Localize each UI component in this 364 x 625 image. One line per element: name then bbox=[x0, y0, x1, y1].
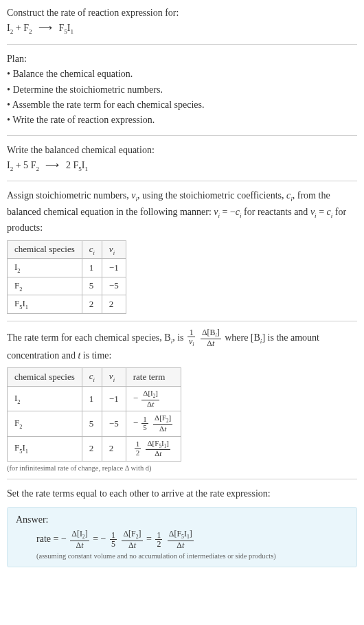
species-F5I1: F5I1 bbox=[58, 23, 73, 33]
plan-item: • Write the rate of reaction expression. bbox=[7, 113, 357, 128]
arrow-icon: ⟶ bbox=[41, 160, 63, 170]
plan-item: • Balance the chemical equation. bbox=[7, 67, 357, 82]
assign-block: Assign stoichiometric numbers, νi, using… bbox=[7, 188, 357, 313]
col-species: chemical species bbox=[8, 240, 82, 259]
arrow-icon: ⟶ bbox=[34, 23, 56, 33]
setrate-line: Set the rate terms equal to each other t… bbox=[7, 486, 357, 501]
table-row: F5I1 2 2 bbox=[8, 295, 126, 314]
answer-title: Answer: bbox=[16, 514, 348, 525]
balanced-equation: I2 + 5 F2 ⟶ 2 F5I1 bbox=[7, 158, 357, 174]
table-row: F2 5 −5 − 15 Δ[F2]Δt bbox=[8, 411, 181, 436]
table-header-row: chemical species ci νi bbox=[8, 240, 126, 259]
divider bbox=[7, 135, 357, 136]
fraction: Δ[Bi]Δt bbox=[199, 328, 223, 348]
prompt-block: Construct the rate of reaction expressio… bbox=[7, 5, 357, 37]
table-footnote: (for infinitesimal rate of change, repla… bbox=[7, 464, 357, 472]
assign-text: Assign stoichiometric numbers, νi, using… bbox=[7, 188, 357, 236]
prompt-equation: I2 + F2 ⟶ F5I1 bbox=[7, 21, 357, 36]
species-I2: I2 bbox=[7, 23, 13, 33]
col-nui: νi bbox=[102, 240, 126, 259]
col-ci: ci bbox=[82, 240, 102, 259]
divider bbox=[7, 181, 357, 181]
table-row: F5I1 2 2 12 Δ[F5I1]Δt bbox=[8, 436, 181, 461]
answer-footnote: (assuming constant volume and no accumul… bbox=[16, 552, 348, 560]
plan-item: • Determine the stoichiometric numbers. bbox=[7, 82, 357, 98]
table-row: I2 1 −1 bbox=[8, 259, 126, 277]
rateterm-text: The rate term for each chemical species,… bbox=[7, 328, 357, 363]
prompt-line: Construct the rate of reaction expressio… bbox=[7, 5, 357, 21]
table-header-row: chemical species ci νi rate term bbox=[8, 368, 181, 387]
fraction: 1νi bbox=[186, 328, 196, 348]
table-row: I2 1 −1 − Δ[I2]Δt bbox=[8, 386, 181, 411]
stoich-table: chemical species ci νi I2 1 −1 F2 5 −5 F… bbox=[7, 240, 126, 314]
divider bbox=[7, 44, 357, 45]
balanced-title: Write the balanced chemical equation: bbox=[7, 143, 357, 158]
answer-expression: rate = − Δ[I2]Δt = − 15 Δ[F2]Δt = 12 Δ[F… bbox=[16, 530, 348, 549]
divider bbox=[7, 479, 357, 479]
plan-item: • Assemble the rate term for each chemic… bbox=[7, 98, 357, 113]
rateterm-block: The rate term for each chemical species,… bbox=[7, 328, 357, 472]
species-F2: F2 bbox=[23, 23, 32, 33]
answer-box: Answer: rate = − Δ[I2]Δt = − 15 Δ[F2]Δt … bbox=[7, 507, 357, 567]
plan-title: Plan: bbox=[7, 52, 357, 67]
divider bbox=[7, 321, 357, 321]
table-row: F2 5 −5 bbox=[8, 277, 126, 295]
plan-block: Plan: • Balance the chemical equation. •… bbox=[7, 52, 357, 128]
balanced-block: Write the balanced chemical equation: I2… bbox=[7, 143, 357, 174]
rateterm-table: chemical species ci νi rate term I2 1 −1… bbox=[7, 367, 181, 462]
